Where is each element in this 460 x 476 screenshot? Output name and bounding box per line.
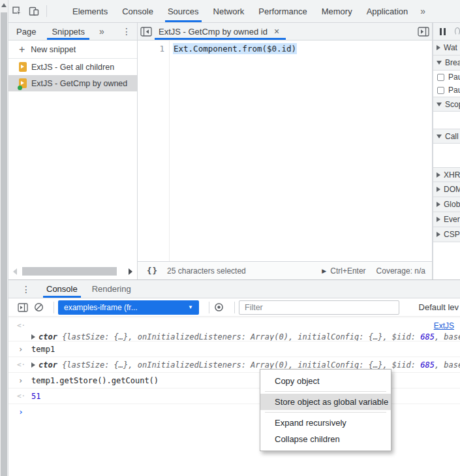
- tab-elements[interactable]: Elements: [65, 0, 115, 22]
- navigator-horizontal-scrollbar[interactable]: [10, 266, 135, 277]
- pause-on-uncaught-exceptions-row[interactable]: Pau: [433, 71, 460, 84]
- inspect-element-button[interactable]: [8, 3, 25, 20]
- navigator-tab-snippets[interactable]: Snippets: [44, 23, 93, 40]
- pause-script-button[interactable]: [440, 28, 446, 35]
- tab-sources[interactable]: Sources: [161, 0, 206, 22]
- source-link[interactable]: ExtJS: [434, 321, 454, 331]
- toolbar-divider: [46, 5, 47, 17]
- navigator-overflow-menu-icon[interactable]: ⋮: [116, 26, 137, 37]
- vertical-scrollbar-thumb[interactable]: [1, 12, 7, 476]
- console-result-row[interactable]: <· 51: [8, 389, 460, 404]
- toolbar-divider: [209, 302, 209, 313]
- navigator-tab-bar: Page Snippets » ⋮: [8, 23, 137, 40]
- pause-on-caught-exceptions-row[interactable]: Pau: [433, 84, 460, 97]
- section-xhr-breakpoints[interactable]: XHR: [433, 167, 460, 182]
- menu-separator: [265, 412, 386, 413]
- returned-value-icon: <·: [17, 360, 25, 370]
- code-editor[interactable]: 1 Ext.Component.from($0.id): [138, 40, 432, 261]
- checkbox[interactable]: [437, 74, 444, 81]
- object-preview-number: 685: [420, 360, 435, 370]
- tab-performance[interactable]: Performance: [251, 0, 314, 22]
- object-preview: {lastSize: {…}, onInitializedListeners: …: [57, 332, 420, 341]
- horizontal-scrollbar-thumb[interactable]: [22, 267, 117, 276]
- section-call-stack[interactable]: Call: [433, 129, 460, 144]
- run-snippet-icon[interactable]: ▶: [322, 268, 326, 274]
- new-snippet-label: New snippet: [31, 45, 76, 54]
- tab-label: Snippets: [52, 27, 85, 37]
- new-snippet-button[interactable]: + New snippet: [8, 40, 137, 59]
- section-dom-breakpoints[interactable]: DOM: [433, 182, 460, 197]
- section-csp-violation-breakpoints[interactable]: CSP: [433, 227, 460, 242]
- create-live-expression-button[interactable]: [213, 302, 224, 312]
- console-input-row[interactable]: › temp1: [8, 341, 460, 357]
- snippet-label: ExtJS - GetCmp by owned: [31, 79, 127, 88]
- navigator-tab-page[interactable]: Page: [8, 23, 44, 40]
- toolbar-divider: [54, 302, 54, 313]
- object-preview-number: 685: [420, 332, 435, 341]
- snippet-item-getcmp-by-owned[interactable]: ExtJS - GetCmp by owned: [8, 75, 137, 91]
- javascript-context-selector[interactable]: examples-iframe (fr... ▼: [58, 300, 199, 315]
- main-toolbar: Elements Console Sources Network Perform…: [8, 0, 460, 23]
- code-line[interactable]: Ext.Component.from($0.id): [170, 40, 432, 261]
- menu-item-collapse-children[interactable]: Collapse children: [260, 431, 391, 447]
- more-tabs-icon[interactable]: »: [415, 6, 431, 16]
- tab-label: Memory: [322, 7, 352, 16]
- editor-status-bar: {} 25 characters selected ▶ Ctrl+Enter C…: [138, 261, 432, 279]
- menu-item-copy-object[interactable]: Copy object: [260, 373, 391, 389]
- log-level-selector[interactable]: Default lev: [419, 302, 460, 312]
- device-toolbar-button[interactable]: [25, 3, 42, 20]
- section-label: CSP: [444, 230, 460, 239]
- drawer-tab-rendering[interactable]: Rendering: [85, 280, 138, 298]
- hide-navigator-button[interactable]: [138, 24, 155, 39]
- show-debugger-sidebar-button[interactable]: [415, 24, 432, 39]
- menu-item-store-object-as-global-variable[interactable]: Store object as global variable: [260, 394, 391, 410]
- scroll-right-arrow-icon[interactable]: [129, 268, 132, 275]
- more-navigator-tabs-icon[interactable]: »: [93, 26, 111, 37]
- console-input-chevron-icon: ›: [18, 375, 23, 386]
- tab-network[interactable]: Network: [206, 0, 252, 22]
- object-constructor-name: ctor: [38, 360, 57, 370]
- console-prompt-row[interactable]: ›: [8, 404, 460, 419]
- tab-console[interactable]: Console: [115, 0, 161, 22]
- show-console-sidebar-button[interactable]: [18, 303, 28, 312]
- console-result-row[interactable]: <· ExtJS ctor {lastSize: {…}, onInitiali…: [8, 317, 460, 341]
- editor-tab-snippet[interactable]: ExtJS - GetCmp by owned id ×: [155, 23, 286, 40]
- log-level-value: Default lev: [419, 302, 459, 312]
- expand-object-icon[interactable]: [31, 334, 35, 340]
- console-filter-input[interactable]: [239, 300, 399, 315]
- section-watch[interactable]: Wat: [433, 40, 460, 56]
- editor-gutter: 1: [138, 40, 170, 261]
- drawer-overflow-menu-icon[interactable]: ⋮: [8, 284, 39, 294]
- snippet-label: ExtJS - Get all children: [31, 63, 114, 72]
- drawer-tab-console[interactable]: Console: [39, 280, 85, 298]
- scroll-up-arrow-icon[interactable]: [1, 3, 7, 7]
- selected-code-text[interactable]: Ext.Component.from($0.id): [173, 43, 297, 54]
- expand-object-icon[interactable]: [31, 362, 35, 368]
- close-tab-icon[interactable]: ×: [274, 26, 279, 37]
- menu-item-expand-recursively[interactable]: Expand recursively: [260, 415, 391, 431]
- tab-memory[interactable]: Memory: [314, 0, 360, 22]
- context-selector-value: examples-iframe (fr...: [64, 303, 138, 312]
- step-over-icon[interactable]: [455, 27, 460, 35]
- section-global-listeners[interactable]: Glob: [433, 197, 460, 212]
- console-input-chevron-icon: ›: [18, 344, 23, 355]
- checkbox[interactable]: [437, 87, 444, 94]
- console-input-row[interactable]: › temp1.getStore().getCount(): [8, 373, 460, 389]
- debugger-sidebar: Wat Brea Pau Pau Scop Call XHR: [433, 23, 460, 279]
- section-scope[interactable]: Scop: [433, 97, 460, 112]
- tab-label: Console: [46, 284, 78, 294]
- window-vertical-scrollbar[interactable]: [0, 0, 8, 476]
- section-event-listener-breakpoints[interactable]: Ever: [433, 212, 460, 227]
- snippet-item-get-all-children[interactable]: ExtJS - Get all children: [8, 59, 137, 75]
- scope-empty-area: [433, 112, 460, 129]
- tab-application[interactable]: Application: [360, 0, 416, 22]
- section-breakpoints[interactable]: Brea: [433, 56, 460, 71]
- call-stack-empty-area: [433, 144, 460, 167]
- console-result-row[interactable]: <· ctor {lastSize: {…}, onInitializedLis…: [8, 357, 460, 373]
- returned-value-icon: <·: [17, 321, 25, 331]
- scroll-left-arrow-icon[interactable]: [13, 268, 17, 275]
- chevron-down-icon: [437, 61, 442, 65]
- pretty-print-icon[interactable]: {}: [147, 266, 158, 276]
- clear-console-button[interactable]: [34, 302, 44, 312]
- context-menu: Copy object Store object as global varia…: [260, 369, 391, 451]
